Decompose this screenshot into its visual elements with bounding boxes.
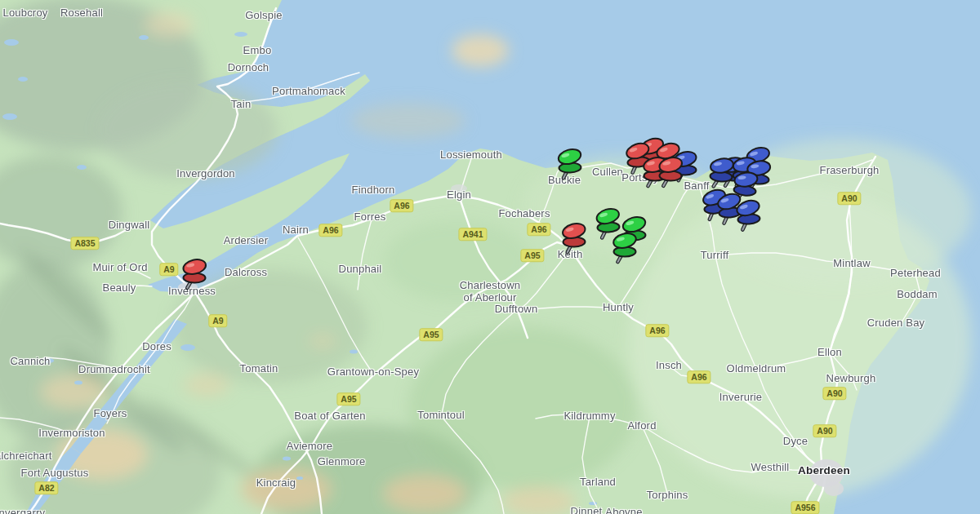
map-pin-red[interactable] (558, 223, 591, 255)
map-pin-green[interactable] (608, 233, 641, 264)
map-pin-blue[interactable] (731, 199, 766, 233)
map-pin-red[interactable] (178, 259, 212, 290)
map-pin-green[interactable] (553, 148, 586, 179)
map-pin-red[interactable] (654, 157, 688, 188)
map-canvas[interactable]: LoubcroyRosehallGolspieEmboDornochPortma… (0, 0, 980, 514)
pins-layer (0, 0, 980, 514)
